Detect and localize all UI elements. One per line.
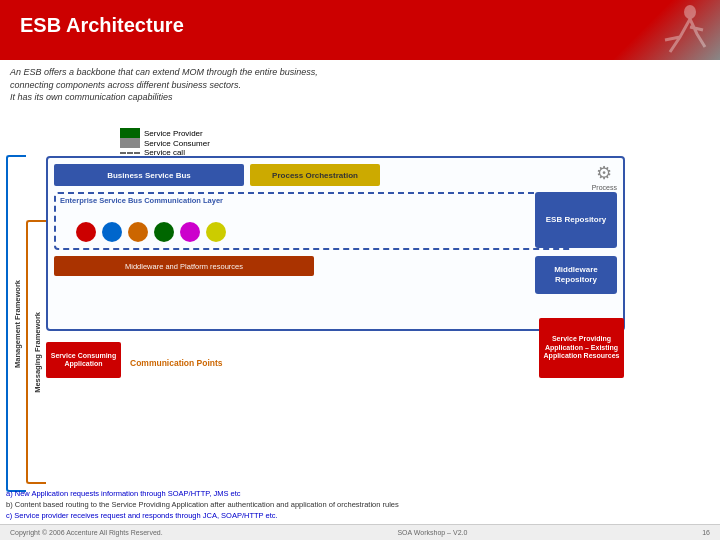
legend-provider-box (120, 128, 140, 138)
note-b: b) Content based routing to the Service … (6, 500, 625, 511)
messaging-framework-label: Messaging Framework (33, 312, 42, 393)
middleware-repo-box: Middleware Repository (535, 256, 617, 294)
circle-blue (102, 222, 122, 242)
note-c: c) Service provider receives request and… (6, 510, 625, 522)
service-providing-label: Service Providing Application – Existing… (542, 335, 621, 360)
description: An ESB offers a backbone that can extend… (10, 66, 710, 104)
circles-row (76, 222, 226, 242)
process-area: ⚙ Process (592, 162, 617, 191)
service-consuming-box: Service Consuming Application (46, 342, 121, 378)
gear-icon: ⚙ (592, 162, 617, 184)
page-title: ESB Architecture (20, 14, 184, 37)
mgmt-framework-bracket: Management Framework (6, 155, 26, 492)
middleware-bar-label: Middleware and Platform resources (125, 262, 243, 271)
note-a: a) New Application requests information … (6, 488, 625, 500)
esb-bus-label: Business Service Bus (107, 171, 191, 180)
esb-repo-box: ESB Repository (535, 192, 617, 248)
outer-esb-box: Business Service Bus Process Orchestrati… (46, 156, 625, 331)
mgmt-framework-label: Management Framework (13, 280, 22, 368)
process-orch-box: Process Orchestration (250, 164, 380, 186)
esb-bus-box: Business Service Bus (54, 164, 244, 186)
workshop-label: SOA Workshop – V2.0 (397, 529, 467, 536)
header-bar: ESB Architecture (0, 0, 720, 60)
circle-purple (180, 222, 200, 242)
desc-line1: An ESB offers a backbone that can extend… (10, 67, 318, 77)
page-number: 16 (702, 529, 710, 536)
esb-comm-layer-box: Enterprise Service Bus Communication Lay… (54, 192, 573, 250)
circle-green (154, 222, 174, 242)
main-content: An ESB offers a backbone that can extend… (0, 60, 720, 540)
legend-service-provider: Service Provider (120, 128, 210, 138)
esb-comm-layer-label: Enterprise Service Bus Communication Lay… (56, 194, 571, 207)
runner-image (600, 0, 720, 60)
legend: Service Provider Service Consumer Servic… (120, 128, 210, 157)
legend-consumer-label: Service Consumer (144, 139, 210, 148)
svg-point-0 (684, 5, 696, 19)
middleware-repo-label: Middleware Repository (535, 265, 617, 286)
circle-yellow (206, 222, 226, 242)
footer-notes: a) New Application requests information … (6, 488, 625, 523)
messaging-framework-bracket: Messaging Framework (26, 220, 46, 484)
desc-line2: connecting components across different b… (10, 80, 241, 90)
runner-icon (635, 2, 715, 58)
circle-red (76, 222, 96, 242)
copyright-bar: Copyright © 2006 Accenture All Rights Re… (0, 524, 720, 540)
circle-orange (128, 222, 148, 242)
copyright-text: Copyright © 2006 Accenture All Rights Re… (10, 529, 163, 536)
service-providing-box: Service Providing Application – Existing… (539, 318, 624, 378)
legend-provider-label: Service Provider (144, 129, 203, 138)
service-call-line-icon (120, 152, 140, 154)
desc-line3: It has its own communication capabilitie… (10, 92, 173, 102)
process-label: Process (592, 184, 617, 191)
comm-points-label: Communication Points (130, 358, 223, 368)
legend-service-consumer: Service Consumer (120, 138, 210, 148)
esb-repo-label: ESB Repository (546, 215, 606, 225)
legend-consumer-box (120, 138, 140, 148)
process-orch-label: Process Orchestration (272, 171, 358, 180)
middleware-bar: Middleware and Platform resources (54, 256, 314, 276)
service-consuming-label: Service Consuming Application (46, 352, 121, 369)
